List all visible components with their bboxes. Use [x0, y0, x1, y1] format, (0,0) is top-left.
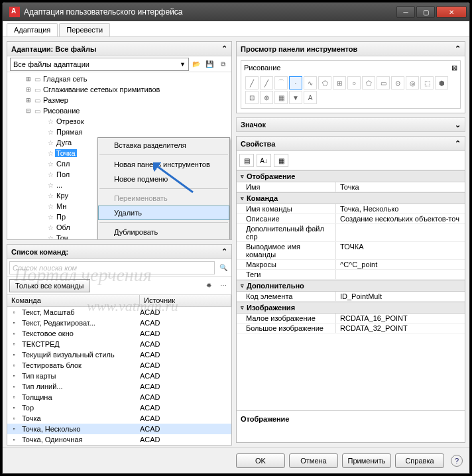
ctx-delete[interactable]: Удалить — [98, 206, 229, 220]
col-command[interactable]: Команда — [7, 295, 140, 306]
open-icon[interactable]: 📂 — [190, 58, 202, 70]
preview-box-title: Рисование — [244, 64, 280, 72]
file-combo[interactable]: Все файлы адаптации ▼ — [10, 58, 189, 71]
tab-translate[interactable]: Перевести — [59, 23, 110, 36]
ctx-insert-separator[interactable]: Вставка разделителя — [98, 138, 229, 152]
saveall-icon[interactable]: ⧉ — [217, 58, 229, 70]
alphabetical-icon[interactable]: A↓ — [257, 154, 271, 167]
command-row[interactable]: ▫Тестировать блокACAD — [7, 360, 231, 371]
window-title: Адаптация пользовательского интерфейса — [24, 7, 396, 17]
command-row[interactable]: ▫ТЕКСТРЕДACAD — [7, 339, 231, 349]
command-row[interactable]: ▫ТорACAD — [7, 402, 231, 413]
command-list-header[interactable]: Список команд: ⌃ — [7, 245, 231, 259]
command-row[interactable]: ▫Текст, Редактироват...ACAD — [7, 318, 231, 328]
collapse-icon[interactable]: ⌃ — [455, 44, 461, 53]
minimize-button[interactable]: ─ — [396, 6, 415, 18]
collapse-icon[interactable]: ⌃ — [455, 139, 461, 148]
cancel-button[interactable]: Отмена — [289, 453, 338, 468]
ctx-new-submenu[interactable]: Новое подменю — [98, 172, 229, 186]
command-search-input[interactable]: Список поиска ком — [9, 261, 215, 274]
tab-bar: Адаптация Перевести — [3, 21, 469, 37]
command-grid[interactable]: Команда Источник ▫Текст, МасштабACAD▫Тек… — [7, 295, 231, 445]
ctx-rename: Переименовать — [98, 191, 229, 206]
options-icon[interactable]: ⋯ — [217, 279, 229, 291]
help-icon[interactable]: ? — [451, 455, 463, 467]
dialog-window: Адаптация пользовательского интерфейса ─… — [2, 2, 470, 474]
tab-adaptation[interactable]: Адаптация — [7, 23, 58, 36]
adaptations-panel-header[interactable]: Адаптации: Все файлы ⌃ — [7, 42, 231, 56]
command-row[interactable]: ▫Тип линий...ACAD — [7, 381, 231, 392]
collapse-icon[interactable]: ⌃ — [221, 44, 227, 53]
col-source[interactable]: Источник — [140, 295, 231, 306]
help-button[interactable]: Справка — [395, 453, 444, 468]
command-row[interactable]: ▫Текущий визуальный стильACAD — [7, 349, 231, 360]
maximize-button[interactable]: ▢ — [416, 6, 435, 18]
titlebar[interactable]: Адаптация пользовательского интерфейса ─… — [3, 3, 469, 21]
command-row[interactable]: ▫Текстовое окноACAD — [7, 328, 231, 339]
adaptations-tree[interactable]: ⊞▭Гладкая сеть ⊞▭Сглаживание сетевых при… — [7, 72, 231, 239]
save-icon[interactable]: 💾 — [204, 58, 215, 70]
property-grid[interactable]: Отображение ИмяТочка Команда Имя команды… — [237, 170, 465, 410]
collapse-icon[interactable]: ⌃ — [221, 247, 227, 256]
prop-panel-icon[interactable]: ▦ — [274, 154, 288, 167]
preview-panel-header[interactable]: Просмотр панели инструментов ⌃ — [237, 42, 465, 56]
command-row[interactable]: ▫Точка, ОдиночнаяACAD — [7, 434, 231, 445]
app-icon — [9, 7, 20, 17]
properties-panel-header[interactable]: Свойства ⌃ — [237, 137, 465, 151]
command-row[interactable]: ▫Текст, МасштабACAD — [7, 307, 231, 318]
command-row[interactable]: ▫Тип картыACAD — [7, 371, 231, 381]
command-row[interactable]: ▫ТолщинаACAD — [7, 392, 231, 402]
ctx-duplicate[interactable]: Дублировать — [98, 225, 229, 239]
context-menu: Вставка разделителя Новая панель инструм… — [97, 137, 230, 239]
search-icon[interactable]: 🔍 — [217, 261, 229, 273]
dialog-footer: OK Отмена Применить Справка ? — [3, 447, 469, 473]
command-row[interactable]: ▫Точка, НесколькоACAD — [7, 424, 231, 434]
command-row[interactable]: ▫ТочкаACAD — [7, 413, 231, 424]
expand-icon[interactable]: ⌄ — [455, 121, 461, 129]
close-button[interactable]: ✕ — [436, 6, 467, 18]
chevron-down-icon: ▼ — [180, 61, 186, 68]
filter-button[interactable]: Только все команды — [9, 279, 90, 292]
ctx-new-toolbar[interactable]: Новая панель инструментов — [98, 157, 229, 172]
categorized-icon[interactable]: ▤ — [239, 154, 254, 167]
icon-panel-header[interactable]: Значок ⌄ — [236, 117, 465, 132]
apply-button[interactable]: Применить — [342, 453, 391, 468]
ok-button[interactable]: OK — [236, 453, 285, 468]
new-command-icon[interactable]: ✸ — [203, 279, 215, 291]
toolbar-preview: ╱╱⌒·∿⬠⊞○⬠▭⊙◎⬚⬢⊡⊕ ▦▼A — [244, 75, 457, 105]
close-preview-icon[interactable]: ⊠ — [451, 64, 457, 72]
prop-footer-title: Отображение — [241, 415, 461, 423]
